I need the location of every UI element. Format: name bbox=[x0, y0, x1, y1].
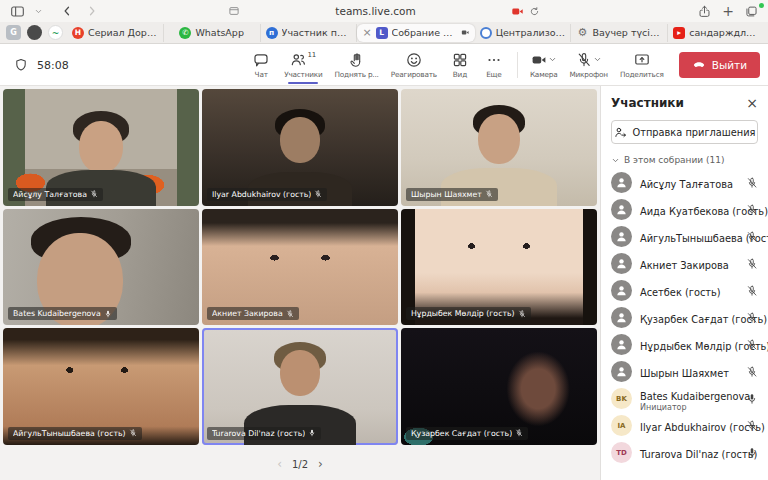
video-tile[interactable]: Айсұлу Талғатова bbox=[3, 89, 199, 206]
video-tile[interactable]: Ilyar Abdukhairov (гость) bbox=[202, 89, 398, 206]
participant-row[interactable]: АйгульТынышбаева (гость) bbox=[611, 223, 758, 250]
participant-row[interactable]: Қузарбек Сағдат (гость) bbox=[611, 304, 758, 331]
mic-on-icon[interactable] bbox=[746, 393, 758, 405]
participant-row[interactable]: IA Ilyar Abdukhairov (гость) bbox=[611, 412, 758, 439]
mic-off-icon bbox=[518, 310, 526, 318]
participant-row[interactable]: Айсұлу Талғатова bbox=[611, 169, 758, 196]
kinopoisk-icon: Н bbox=[72, 27, 84, 39]
participant-row[interactable]: Асетбек (гость) bbox=[611, 277, 758, 304]
view-button[interactable]: Вид bbox=[444, 45, 476, 85]
participant-row[interactable]: Акниет Закирова bbox=[611, 250, 758, 277]
tab-kinopoisk[interactable]: Н Сериал Дорогой И... bbox=[67, 24, 164, 42]
close-panel-button[interactable]: × bbox=[746, 96, 758, 110]
tab-centralized[interactable]: Централизованная... bbox=[475, 24, 572, 42]
share-screen-button[interactable]: Поделиться bbox=[615, 45, 669, 85]
mic-off-icon[interactable] bbox=[746, 258, 758, 270]
sidebar-chevron-icon[interactable] bbox=[33, 3, 43, 19]
participant-row[interactable]: TD Turarova Dil'naz (гость) bbox=[611, 439, 758, 466]
tile-name-tag: Қузарбек Сағдат (гость) bbox=[406, 427, 528, 440]
teams-icon: L bbox=[376, 27, 388, 39]
tab-overview-button[interactable] bbox=[745, 5, 758, 18]
chat-button[interactable]: Чат bbox=[245, 45, 277, 85]
tab-camera-icon bbox=[461, 27, 469, 38]
address-bar[interactable]: teams.live.com bbox=[228, 2, 540, 20]
participant-row[interactable]: Шырын Шаяхмет bbox=[611, 358, 758, 385]
mic-off-icon[interactable] bbox=[746, 339, 758, 351]
mic-off-icon[interactable] bbox=[746, 420, 758, 432]
participants-list: Айсұлу Талғатова Аида Куатбекова (гость)… bbox=[611, 169, 758, 480]
mic-on-icon[interactable] bbox=[746, 447, 758, 459]
video-tile-active-speaker[interactable]: Turarova Dil'naz (гость) bbox=[202, 328, 398, 445]
tile-name-tag: Айсұлу Талғатова bbox=[8, 188, 103, 201]
leave-button[interactable]: Выйти bbox=[679, 52, 760, 78]
mic-chevron-icon[interactable] bbox=[593, 55, 602, 64]
grid-view-icon bbox=[452, 52, 468, 68]
tab-whatsapp[interactable]: ✆ WhatsApp bbox=[164, 24, 261, 42]
react-button[interactable]: Реагировать bbox=[386, 45, 442, 85]
close-tab-icon[interactable]: × bbox=[362, 27, 371, 38]
page-prev-button[interactable]: ‹ bbox=[277, 457, 282, 471]
tab-teams-meeting[interactable]: × L Собрание Micro... bbox=[357, 24, 474, 42]
video-tile[interactable]: Bates Kudaibergenova bbox=[3, 209, 199, 326]
mic-on-icon bbox=[104, 310, 112, 318]
mic-on-icon bbox=[308, 429, 316, 437]
share-button[interactable] bbox=[698, 5, 711, 18]
mic-off-icon[interactable] bbox=[746, 231, 758, 243]
video-tile[interactable]: АйгульТынышбаева (гость) bbox=[3, 328, 199, 445]
forward-button[interactable] bbox=[83, 3, 101, 19]
pinned-tab-2[interactable] bbox=[27, 25, 42, 40]
participants-button[interactable]: 11 Участники bbox=[279, 45, 327, 85]
toolbar-divider bbox=[517, 52, 518, 78]
camera-button[interactable]: Камера bbox=[525, 45, 563, 85]
mic-off-icon[interactable] bbox=[746, 312, 758, 324]
video-tile[interactable]: Қузарбек Сағдат (гость) bbox=[401, 328, 597, 445]
tile-name-tag: Акниет Закирова bbox=[207, 307, 299, 320]
video-grid: Айсұлу Талғатова Ilyar Abdukhairov (гост… bbox=[0, 86, 600, 448]
camera-chevron-icon[interactable] bbox=[548, 55, 557, 64]
participants-count-badge: 11 bbox=[307, 51, 316, 59]
avatar bbox=[611, 280, 632, 301]
share-screen-icon bbox=[634, 52, 650, 68]
more-button[interactable]: Еще bbox=[478, 45, 510, 85]
chat-icon bbox=[253, 52, 269, 68]
pinned-tab-1[interactable]: G bbox=[6, 25, 21, 40]
mic-off-icon[interactable] bbox=[746, 177, 758, 189]
back-button[interactable] bbox=[58, 3, 76, 19]
page-next-button[interactable]: › bbox=[318, 457, 323, 471]
participant-row[interactable]: BK Bates Kudaibergenova Инициатор bbox=[611, 385, 758, 412]
meeting-section-header[interactable]: В этом собрании (11) bbox=[611, 155, 758, 165]
avatar: TD bbox=[611, 442, 632, 463]
phone-icon bbox=[692, 58, 706, 72]
reload-button[interactable] bbox=[529, 6, 540, 17]
participant-row[interactable]: Аида Куатбекова (гость) bbox=[611, 196, 758, 223]
tab-voucher[interactable]: ⚙ Ваучер түсіндірмесі bbox=[571, 24, 668, 42]
mic-off-icon[interactable] bbox=[746, 285, 758, 297]
mic-off-icon[interactable] bbox=[746, 366, 758, 378]
mic-off-icon bbox=[515, 429, 523, 437]
video-tile[interactable]: Нұрдыбек Мөлдір (гость) bbox=[401, 209, 597, 326]
mic-off-icon[interactable] bbox=[746, 204, 758, 216]
video-tile[interactable]: Акниет Закирова bbox=[202, 209, 398, 326]
target-icon bbox=[480, 27, 492, 39]
avatar bbox=[611, 361, 632, 382]
invite-icon bbox=[614, 126, 627, 139]
people-icon bbox=[290, 52, 306, 68]
pinned-tab-3[interactable]: ~ bbox=[48, 25, 63, 40]
page-settings-icon[interactable] bbox=[228, 5, 240, 17]
tab-publication[interactable]: п Участник публикац... bbox=[261, 24, 358, 42]
invite-button[interactable]: Отправка приглашения bbox=[611, 120, 758, 144]
tile-name-tag: Bates Kudaibergenova bbox=[8, 307, 117, 320]
avatar bbox=[611, 253, 632, 274]
tile-name-tag: Turarova Dil'naz (гость) bbox=[207, 427, 321, 440]
url-text[interactable]: teams.live.com bbox=[240, 5, 511, 17]
video-tile[interactable]: Шырын Шаяхмет bbox=[401, 89, 597, 206]
mic-button[interactable]: Микрофон bbox=[564, 45, 612, 85]
mic-off-icon bbox=[129, 429, 137, 437]
tab-youtube[interactable]: ▸ сандарждлоьлбдю... bbox=[668, 24, 764, 42]
camera-in-use-icon bbox=[511, 5, 524, 18]
participant-row[interactable]: Нұрдыбек Мөлдір (гость) bbox=[611, 331, 758, 358]
new-tab-button[interactable]: + bbox=[722, 3, 734, 19]
sidebar-toggle-button[interactable] bbox=[8, 3, 26, 19]
raise-hand-button[interactable]: Поднять р... bbox=[330, 45, 384, 85]
mic-off-icon bbox=[90, 190, 98, 198]
